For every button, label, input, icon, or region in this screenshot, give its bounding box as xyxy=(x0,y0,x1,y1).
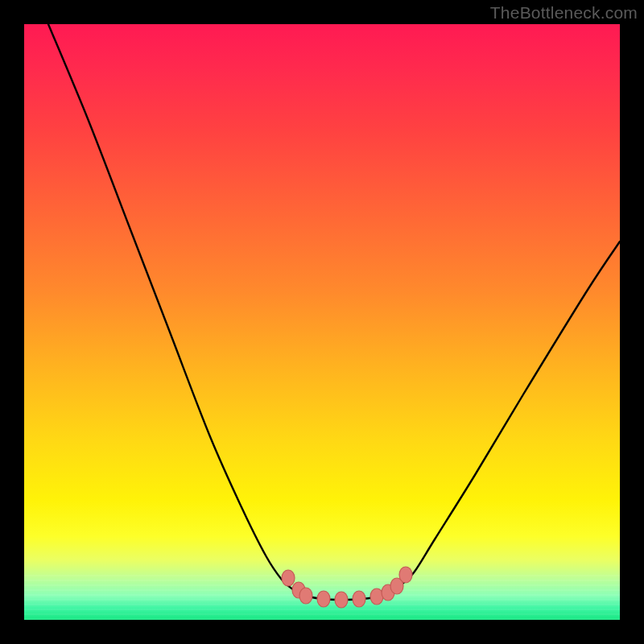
curve-marker-dot xyxy=(399,567,412,583)
bottleneck-curve-svg xyxy=(24,24,620,620)
curve-marker-dot xyxy=(335,592,348,608)
curve-marker-dot xyxy=(299,588,312,604)
curve-marker-group xyxy=(282,567,412,608)
watermark-text: TheBottleneck.com xyxy=(490,3,638,23)
curve-marker-dot xyxy=(282,570,295,586)
chart-plot-area xyxy=(24,24,620,620)
curve-marker-dot xyxy=(353,591,365,607)
bottleneck-curve-line xyxy=(48,24,620,600)
curve-marker-dot xyxy=(317,591,330,607)
